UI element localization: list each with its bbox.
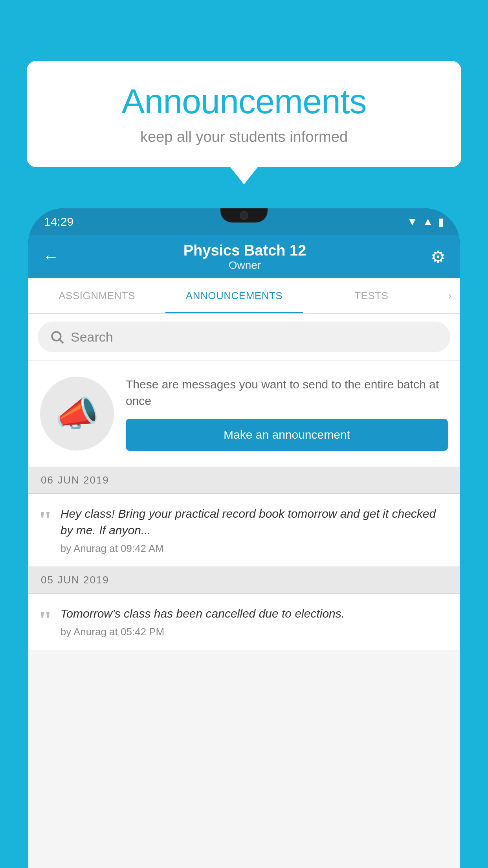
quote-icon-1: " xyxy=(38,509,53,531)
tabs-bar: ASSIGNMENTS ANNOUNCEMENTS TESTS › xyxy=(28,278,460,314)
megaphone-circle: 📣 xyxy=(40,377,114,451)
promo-description: These are messages you want to send to t… xyxy=(126,376,448,409)
status-time: 14:29 xyxy=(44,215,73,228)
announcement-item-2[interactable]: " Tomorrow's class has been cancelled du… xyxy=(28,594,460,650)
announcement-content-1: Hey class! Bring your practical record b… xyxy=(61,506,448,555)
bubble-subtitle: keep all your students informed xyxy=(50,129,438,145)
header-subtitle: Owner xyxy=(59,259,431,272)
tab-announcements[interactable]: ANNOUNCEMENTS xyxy=(165,278,303,313)
app-header: ← Physics Batch 12 Owner ⚙ xyxy=(28,235,460,278)
quote-icon-2: " xyxy=(38,609,53,631)
status-bar: 14:29 ▼ ▲ ▮ xyxy=(28,208,460,235)
header-title-area: Physics Batch 12 Owner xyxy=(59,242,431,272)
back-button[interactable]: ← xyxy=(42,247,59,266)
megaphone-icon: 📣 xyxy=(55,393,99,434)
announcement-meta-1: by Anurag at 09:42 AM xyxy=(61,542,448,555)
svg-line-1 xyxy=(60,340,63,343)
settings-icon[interactable]: ⚙ xyxy=(431,247,446,267)
front-camera xyxy=(240,211,248,220)
header-title: Physics Batch 12 xyxy=(59,242,431,259)
search-bar-container: Search xyxy=(28,314,460,360)
bubble-title: Announcements xyxy=(50,83,438,121)
search-placeholder: Search xyxy=(71,329,113,345)
status-icons: ▼ ▲ ▮ xyxy=(407,215,444,228)
announcement-item-1[interactable]: " Hey class! Bring your practical record… xyxy=(28,494,460,567)
wifi-icon: ▼ xyxy=(407,215,418,228)
search-icon xyxy=(50,329,64,344)
svg-point-0 xyxy=(52,332,61,340)
battery-icon: ▮ xyxy=(438,215,444,228)
phone-inner: 14:29 ▼ ▲ ▮ ← Physics Batch 12 Owner ⚙ A… xyxy=(28,208,460,868)
notch xyxy=(220,208,268,223)
date-separator-1: 06 JUN 2019 xyxy=(28,467,460,494)
announcement-promo: 📣 These are messages you want to send to… xyxy=(28,360,460,467)
phone-frame: 14:29 ▼ ▲ ▮ ← Physics Batch 12 Owner ⚙ A… xyxy=(28,208,460,868)
make-announcement-button[interactable]: Make an announcement xyxy=(126,419,448,451)
date-separator-2: 05 JUN 2019 xyxy=(28,567,460,594)
announcement-meta-2: by Anurag at 05:42 PM xyxy=(61,626,448,638)
tab-more[interactable]: › xyxy=(440,278,460,313)
tab-assignments[interactable]: ASSIGNMENTS xyxy=(28,278,165,313)
speech-bubble-area: Announcements keep all your students inf… xyxy=(27,61,461,167)
tab-tests[interactable]: TESTS xyxy=(303,278,440,313)
promo-right: These are messages you want to send to t… xyxy=(126,376,448,451)
announcement-text-2: Tomorrow's class has been cancelled due … xyxy=(61,605,448,622)
announcement-text-1: Hey class! Bring your practical record b… xyxy=(61,506,448,539)
signal-icon: ▲ xyxy=(422,215,433,228)
announcement-content-2: Tomorrow's class has been cancelled due … xyxy=(61,605,448,638)
app-body: Search 📣 These are messages you want to … xyxy=(28,314,460,868)
speech-bubble: Announcements keep all your students inf… xyxy=(27,61,461,167)
search-bar[interactable]: Search xyxy=(38,322,450,352)
